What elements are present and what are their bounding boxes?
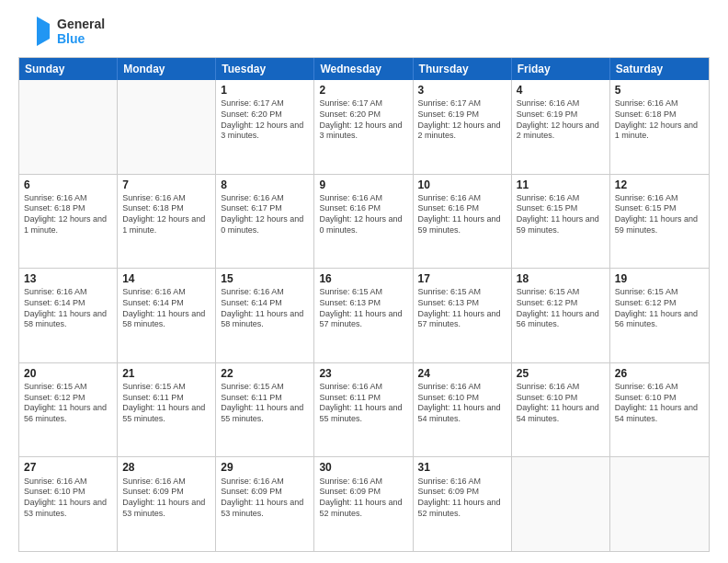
cell-info: Sunset: 6:19 PM: [418, 109, 506, 121]
empty-cell: [19, 80, 118, 174]
cell-info: Sunrise: 6:16 AM: [122, 193, 210, 204]
cell-info: Daylight: 11 hours and 57 minutes.: [319, 309, 407, 330]
day-number: 6: [24, 178, 112, 192]
day-number: 8: [221, 178, 309, 192]
cell-info: Sunrise: 6:15 AM: [418, 287, 506, 298]
cell-info: Sunset: 6:20 PM: [221, 109, 309, 121]
day-cell-15: 15Sunrise: 6:16 AMSunset: 6:14 PMDayligh…: [216, 269, 314, 362]
day-number: 17: [418, 271, 506, 286]
day-number: 14: [122, 271, 210, 286]
cell-info: Sunrise: 6:15 AM: [24, 382, 112, 393]
cell-info: Daylight: 11 hours and 58 minutes.: [24, 309, 112, 330]
cell-info: Daylight: 11 hours and 54 minutes.: [615, 403, 704, 424]
day-number: 25: [517, 366, 605, 381]
day-number: 22: [221, 366, 309, 381]
day-cell-23: 23Sunrise: 6:16 AMSunset: 6:11 PMDayligh…: [314, 363, 413, 457]
cell-info: Sunset: 6:09 PM: [122, 487, 210, 498]
cell-info: Sunrise: 6:16 AM: [418, 477, 506, 488]
cal-row-1: 6Sunrise: 6:16 AMSunset: 6:18 PMDaylight…: [19, 174, 709, 269]
cell-info: Sunset: 6:11 PM: [122, 393, 210, 404]
cell-info: Sunset: 6:09 PM: [319, 487, 407, 498]
col-header-thursday: Thursday: [414, 58, 512, 80]
day-cell-27: 27Sunrise: 6:16 AMSunset: 6:10 PMDayligh…: [19, 457, 118, 551]
day-cell-9: 9Sunrise: 6:16 AMSunset: 6:16 PMDaylight…: [314, 175, 413, 269]
day-cell-8: 8Sunrise: 6:16 AMSunset: 6:17 PMDaylight…: [216, 175, 314, 269]
cell-info: Sunrise: 6:16 AM: [517, 382, 605, 393]
cell-info: Daylight: 12 hours and 0 minutes.: [319, 214, 407, 236]
day-cell-4: 4Sunrise: 6:16 AMSunset: 6:19 PMDaylight…: [512, 80, 610, 174]
cell-info: Sunset: 6:12 PM: [24, 393, 112, 404]
day-number: 15: [221, 271, 309, 286]
empty-cell: [118, 80, 216, 174]
cal-row-3: 20Sunrise: 6:15 AMSunset: 6:12 PMDayligh…: [19, 362, 709, 457]
empty-cell: [512, 457, 610, 551]
cell-info: Sunset: 6:10 PM: [615, 393, 704, 404]
cell-info: Sunrise: 6:15 AM: [517, 287, 605, 298]
cell-info: Daylight: 12 hours and 0 minutes.: [221, 214, 309, 236]
cell-info: Daylight: 11 hours and 55 minutes.: [122, 403, 210, 424]
day-number: 23: [319, 366, 407, 381]
header: GeneralBlue: [18, 15, 710, 48]
cell-info: Daylight: 11 hours and 52 minutes.: [319, 498, 407, 519]
day-number: 30: [319, 460, 407, 475]
day-number: 1: [221, 83, 309, 98]
cell-info: Daylight: 11 hours and 53 minutes.: [122, 498, 210, 519]
cell-info: Sunset: 6:12 PM: [517, 298, 605, 309]
cell-info: Daylight: 11 hours and 53 minutes.: [221, 498, 309, 519]
day-number: 20: [24, 366, 112, 381]
logo-icon: [18, 15, 51, 48]
day-cell-12: 12Sunrise: 6:16 AMSunset: 6:15 PMDayligh…: [610, 175, 709, 269]
cell-info: Sunrise: 6:15 AM: [221, 382, 309, 393]
cell-info: Sunset: 6:19 PM: [517, 109, 605, 121]
cell-info: Sunrise: 6:16 AM: [122, 477, 210, 488]
cell-info: Daylight: 12 hours and 1 minute.: [24, 214, 112, 236]
cell-info: Daylight: 11 hours and 59 minutes.: [418, 214, 506, 236]
day-number: 4: [517, 83, 605, 98]
day-cell-21: 21Sunrise: 6:15 AMSunset: 6:11 PMDayligh…: [118, 363, 216, 457]
day-cell-22: 22Sunrise: 6:15 AMSunset: 6:11 PMDayligh…: [216, 363, 314, 457]
col-header-wednesday: Wednesday: [314, 58, 413, 80]
day-number: 26: [615, 366, 704, 381]
cell-info: Sunrise: 6:16 AM: [418, 193, 506, 204]
day-number: 16: [319, 271, 407, 286]
cell-info: Daylight: 12 hours and 3 minutes.: [221, 121, 309, 142]
empty-cell: [610, 457, 709, 551]
cell-info: Sunset: 6:18 PM: [615, 109, 704, 121]
day-number: 12: [615, 178, 704, 192]
day-cell-26: 26Sunrise: 6:16 AMSunset: 6:10 PMDayligh…: [610, 363, 709, 457]
day-cell-14: 14Sunrise: 6:16 AMSunset: 6:14 PMDayligh…: [118, 269, 216, 362]
cell-info: Sunset: 6:09 PM: [418, 487, 506, 498]
cell-info: Sunset: 6:14 PM: [122, 298, 210, 309]
day-cell-20: 20Sunrise: 6:15 AMSunset: 6:12 PMDayligh…: [19, 363, 118, 457]
cell-info: Daylight: 11 hours and 57 minutes.: [418, 309, 506, 330]
day-number: 2: [319, 83, 407, 98]
day-cell-28: 28Sunrise: 6:16 AMSunset: 6:09 PMDayligh…: [118, 457, 216, 551]
cell-info: Sunrise: 6:15 AM: [122, 382, 210, 393]
col-header-friday: Friday: [512, 58, 610, 80]
cell-info: Daylight: 11 hours and 55 minutes.: [221, 403, 309, 424]
day-cell-24: 24Sunrise: 6:16 AMSunset: 6:10 PMDayligh…: [414, 363, 512, 457]
day-cell-1: 1Sunrise: 6:17 AMSunset: 6:20 PMDaylight…: [216, 80, 314, 174]
day-cell-16: 16Sunrise: 6:15 AMSunset: 6:13 PMDayligh…: [314, 269, 413, 362]
cell-info: Daylight: 11 hours and 56 minutes.: [517, 309, 605, 330]
day-cell-3: 3Sunrise: 6:17 AMSunset: 6:19 PMDaylight…: [414, 80, 512, 174]
cell-info: Sunset: 6:09 PM: [221, 487, 309, 498]
day-number: 9: [319, 178, 407, 192]
col-header-tuesday: Tuesday: [216, 58, 314, 80]
cell-info: Sunset: 6:17 PM: [221, 203, 309, 214]
cell-info: Sunset: 6:12 PM: [615, 298, 704, 309]
cell-info: Daylight: 12 hours and 1 minute.: [122, 214, 210, 236]
logo: GeneralBlue: [18, 15, 105, 48]
day-number: 10: [418, 178, 506, 192]
day-number: 3: [418, 83, 506, 98]
day-number: 31: [418, 460, 506, 475]
cell-info: Sunrise: 6:16 AM: [221, 477, 309, 488]
logo-blue: Blue: [57, 31, 105, 46]
cell-info: Sunrise: 6:16 AM: [615, 193, 704, 204]
cell-info: Daylight: 11 hours and 56 minutes.: [24, 403, 112, 424]
day-number: 27: [24, 460, 112, 475]
day-cell-2: 2Sunrise: 6:17 AMSunset: 6:20 PMDaylight…: [314, 80, 413, 174]
cell-info: Sunrise: 6:16 AM: [24, 193, 112, 204]
cell-info: Sunset: 6:10 PM: [418, 393, 506, 404]
cell-info: Daylight: 12 hours and 3 minutes.: [319, 121, 407, 142]
